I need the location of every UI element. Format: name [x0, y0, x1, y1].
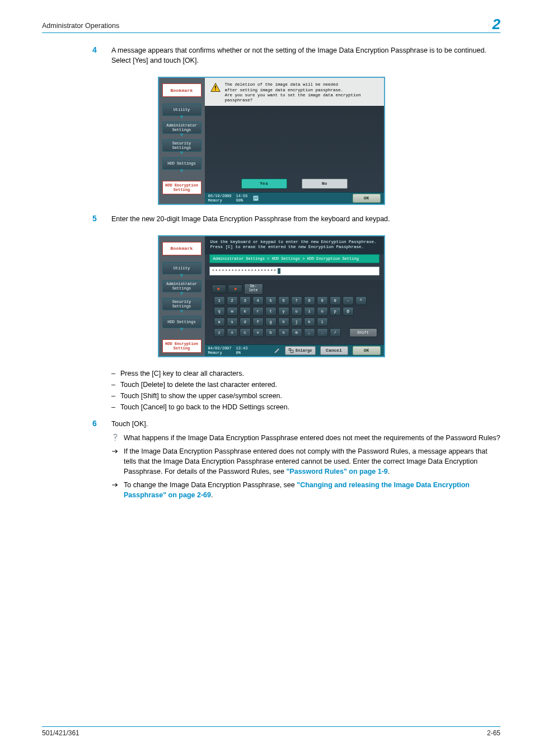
- panel-message: The deletion of the image data will be n…: [205, 78, 384, 106]
- yes-button[interactable]: Yes: [241, 179, 287, 189]
- key-w[interactable]: w: [227, 307, 238, 316]
- left-arrow-key[interactable]: [212, 284, 226, 293]
- panel-msg-line: Press [C] to erase the entered the new E…: [210, 245, 377, 250]
- key-5[interactable]: 5: [265, 296, 277, 305]
- key-0[interactable]: 0: [330, 296, 341, 305]
- key-4[interactable]: 4: [252, 296, 264, 305]
- note-item: Touch [Delete] to delete the last charac…: [120, 380, 277, 390]
- kbd-row-a: asdfghjkl: [214, 318, 377, 326]
- panel-time: 13:43: [236, 346, 248, 351]
- crumb-hdd-encryption[interactable]: HDD Encryption Setting: [162, 339, 202, 353]
- panel-memory-label: Memory: [208, 198, 222, 203]
- key-q[interactable]: q: [214, 307, 225, 316]
- key-v[interactable]: v: [252, 328, 264, 337]
- arrow-icon: [111, 446, 124, 477]
- key-l[interactable]: l: [317, 318, 328, 326]
- crumb-arrow-icon: ▼: [162, 134, 202, 139]
- breadcrumb-path: Administrator Settings > HDD Settings > …: [209, 254, 380, 263]
- enlarge-button[interactable]: Enlarge: [285, 346, 315, 355]
- chapter-number: 2: [493, 17, 500, 31]
- key-o[interactable]: o: [317, 307, 328, 316]
- panel-msg-line: after setting image data encryption pass…: [225, 88, 378, 93]
- note-item: Touch [Shift] to show the upper case/sym…: [120, 391, 282, 401]
- footer-left: 501/421/361: [42, 729, 79, 737]
- key-d[interactable]: d: [240, 318, 251, 326]
- key-6[interactable]: 6: [278, 296, 289, 305]
- key--[interactable]: -: [343, 296, 354, 305]
- onscreen-keyboard: De- lete 1234567890-^ qwertyuiop@ asdfgh…: [212, 283, 377, 337]
- step-5: 5 Enter the new 20-digit Image Data Encr…: [92, 214, 500, 224]
- key-s[interactable]: s: [227, 318, 238, 326]
- crumb-hdd-encryption[interactable]: HDD Encryption Setting: [162, 181, 202, 194]
- panel-main: The deletion of the image data will be n…: [205, 78, 384, 204]
- arrow-icon: [111, 480, 124, 500]
- key-9[interactable]: 9: [317, 296, 328, 305]
- key-h[interactable]: h: [278, 318, 289, 326]
- passphrase-input[interactable]: ********************: [209, 267, 380, 276]
- key-7[interactable]: 7: [291, 296, 302, 305]
- key-b[interactable]: b: [265, 328, 277, 337]
- key-x[interactable]: x: [227, 328, 238, 337]
- header-rule: [42, 32, 500, 33]
- panel-time: 14:55: [236, 194, 248, 198]
- key-t[interactable]: t: [265, 307, 277, 316]
- key-8[interactable]: 8: [304, 296, 315, 305]
- key-i[interactable]: i: [304, 307, 315, 316]
- panel-msg-line: Use the keyboard or keypad to enter the …: [210, 240, 377, 245]
- panel-message: Use the keyboard or keypad to enter the …: [205, 236, 384, 254]
- key-3[interactable]: 3: [240, 296, 251, 305]
- right-arrow-key[interactable]: [228, 284, 242, 293]
- key-^[interactable]: ^: [355, 296, 367, 305]
- key-e[interactable]: e: [240, 307, 251, 316]
- step-number: 6: [92, 419, 111, 503]
- key-/[interactable]: /: [330, 328, 341, 337]
- step-text: Enter the new 20-digit Image Data Encryp…: [111, 214, 500, 224]
- shift-key[interactable]: Shift: [349, 328, 377, 337]
- enlarge-icon: [288, 348, 294, 353]
- cancel-button[interactable]: Cancel: [320, 346, 348, 355]
- key-p[interactable]: p: [330, 307, 341, 316]
- svg-rect-2: [215, 90, 216, 91]
- key-c[interactable]: c: [240, 328, 251, 337]
- section-title: Administrator Operations: [42, 22, 119, 31]
- step-number: 4: [92, 45, 111, 66]
- crumb-arrow-icon: ▼: [162, 152, 202, 157]
- bookmark-tab[interactable]: Bookmark: [162, 242, 202, 255]
- key-@[interactable]: @: [343, 307, 354, 316]
- key-g[interactable]: g: [265, 318, 277, 326]
- ok-button[interactable]: OK: [353, 346, 381, 355]
- crumb-arrow-icon: ▼: [162, 170, 202, 175]
- key-.[interactable]: .: [317, 328, 328, 337]
- kbd-row-q: qwertyuiop@: [214, 307, 377, 316]
- svg-rect-8: [115, 440, 116, 441]
- key-2[interactable]: 2: [227, 296, 238, 305]
- step-5-notes: Press the [C] key to clear all character…: [92, 366, 500, 414]
- svg-rect-1: [215, 86, 216, 88]
- key-m[interactable]: m: [291, 328, 302, 337]
- key-u[interactable]: u: [291, 307, 302, 316]
- svg-marker-4: [217, 287, 219, 290]
- note-item: Touch [Cancel] to go back to the HDD Set…: [120, 402, 289, 412]
- no-button[interactable]: No: [302, 179, 348, 189]
- bookmark-tab[interactable]: Bookmark: [162, 83, 202, 97]
- key-f[interactable]: f: [252, 318, 264, 326]
- key-,[interactable]: ,: [304, 328, 315, 337]
- question-item: What happens if the Image Data Encryptio…: [111, 433, 500, 443]
- svg-marker-5: [235, 287, 237, 290]
- crumb-arrow-icon: ▼: [162, 310, 202, 316]
- key-j[interactable]: j: [291, 318, 302, 326]
- key-r[interactable]: r: [252, 307, 264, 316]
- key-y[interactable]: y: [278, 307, 289, 316]
- link-password-rules[interactable]: "Password Rules" on page 1-9: [286, 468, 387, 475]
- key-1[interactable]: 1: [214, 296, 225, 305]
- delete-key[interactable]: De- lete: [244, 283, 263, 295]
- panel-msg-line: The deletion of the image data will be n…: [225, 82, 378, 87]
- step-text: Touch [OK].: [111, 419, 500, 429]
- panel-memory-value: 90%: [236, 198, 248, 203]
- step-6: 6 Touch [OK]. What happens if the Image …: [92, 419, 500, 503]
- key-n[interactable]: n: [278, 328, 289, 337]
- key-z[interactable]: z: [214, 328, 225, 337]
- key-k[interactable]: k: [304, 318, 315, 326]
- ok-button[interactable]: OK: [353, 194, 381, 203]
- key-a[interactable]: a: [214, 318, 225, 326]
